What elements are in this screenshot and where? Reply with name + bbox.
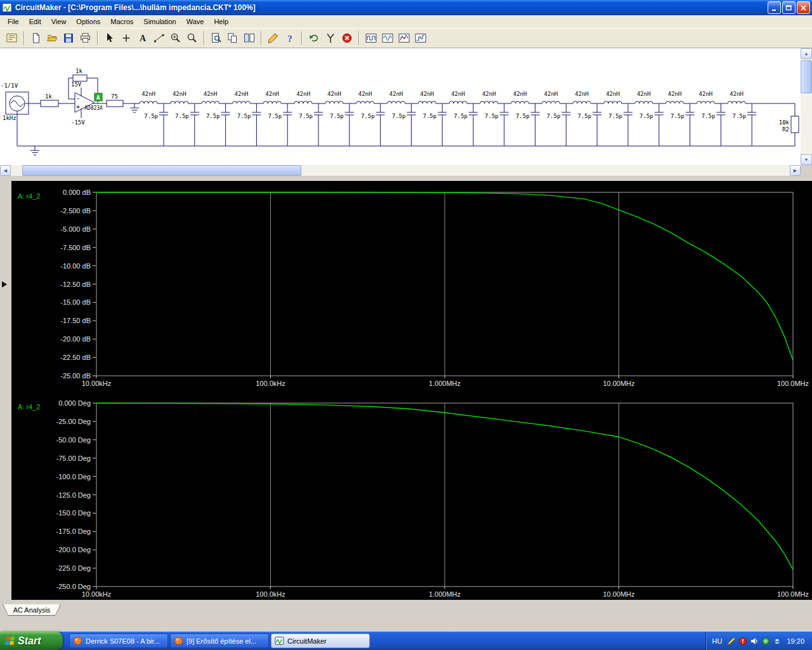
svg-text:42nH: 42nH [668, 91, 682, 97]
clock[interactable]: 19:20 [787, 637, 804, 645]
menu-edit[interactable]: Edit [24, 16, 46, 27]
waveform-analog-button[interactable] [379, 30, 396, 46]
minimize-button[interactable] [768, 1, 781, 14]
place-part-button[interactable] [118, 30, 134, 46]
svg-text:-150.0 Deg: -150.0 Deg [56, 509, 91, 517]
select-tool-button[interactable] [102, 30, 118, 46]
open-file-button[interactable] [44, 30, 61, 46]
text-tool-button[interactable]: A [134, 30, 151, 46]
tray-icons [727, 637, 782, 646]
schematic-vertical-scrollbar[interactable]: ▲ ▼ [801, 48, 812, 165]
taskbar-task-9-er-s-t-p-t-se-el[interactable]: [9] Erősítő építése el... [170, 633, 269, 648]
windows-logo-icon [5, 637, 15, 645]
scroll-left-button[interactable]: ◀ [0, 165, 11, 176]
waveform-mixed-icon [398, 32, 410, 44]
svg-text:42nH: 42nH [235, 91, 249, 97]
language-indicator[interactable]: HU [712, 637, 723, 645]
tray-pencil-icon[interactable] [727, 637, 736, 646]
svg-text:100.0kHz: 100.0kHz [256, 590, 285, 598]
svg-text:-7.500 dB: -7.500 dB [60, 244, 91, 251]
svg-text:-20.00 dB: -20.00 dB [60, 335, 91, 343]
menu-wave[interactable]: Wave [181, 16, 209, 27]
tray-network-icon[interactable] [761, 637, 770, 646]
reset-simulation-button[interactable] [306, 30, 322, 46]
start-button[interactable]: Start [0, 632, 63, 650]
vscroll-track[interactable] [801, 59, 812, 154]
maximize-button[interactable] [782, 1, 796, 14]
close-button[interactable] [797, 1, 810, 14]
svg-text:42nH: 42nH [141, 91, 155, 97]
wire-tool-button[interactable] [151, 30, 167, 46]
hscroll-track[interactable] [11, 165, 790, 176]
window-title: CircuitMaker - [C:\Program Files\...\hul… [15, 3, 766, 12]
svg-text:10k: 10k [779, 119, 790, 126]
zoom-in-tool-button[interactable] [167, 30, 184, 46]
svg-text:A: A [96, 95, 100, 101]
taskbar-task-derrick-s07e08-a-bir[interactable]: Derrick S07E08 - A bir... [69, 633, 168, 648]
svg-text:-125.0 Deg: -125.0 Deg [56, 491, 91, 499]
scroll-up-button[interactable]: ▲ [801, 48, 812, 59]
tile-windows-icon [243, 32, 256, 44]
scroll-right-button[interactable]: ▶ [790, 165, 801, 176]
tray-messenger-icon[interactable] [773, 637, 782, 646]
tray-volume-icon[interactable] [750, 637, 759, 646]
pane-splitter-arrow-icon[interactable] [2, 281, 7, 288]
waveform-mixed-button[interactable] [396, 30, 412, 46]
svg-text:-175.0 Deg: -175.0 Deg [56, 527, 91, 535]
copy-button[interactable] [225, 30, 241, 46]
svg-text:-25.00 dB: -25.00 dB [60, 372, 91, 380]
plot-canvas[interactable]: 0.000 dB-2.500 dB-5.000 dB-7.500 dB-10.0… [11, 181, 812, 600]
system-tray: HU 19:20 [705, 632, 812, 650]
new-file-button[interactable] [28, 30, 44, 46]
zoom-in-tool-icon [169, 32, 182, 44]
menu-file[interactable]: File [3, 16, 24, 27]
menu-help[interactable]: Help [209, 16, 233, 27]
toolbar: A? [0, 29, 812, 48]
browse-schematic-button[interactable] [4, 30, 20, 46]
preview-button[interactable] [208, 30, 225, 46]
svg-text:7.5p: 7.5p [299, 113, 313, 119]
svg-text:-22.50 dB: -22.50 dB [60, 354, 91, 361]
probe-tool-button[interactable] [322, 30, 339, 46]
menu-view[interactable]: View [46, 16, 72, 27]
svg-text:R2: R2 [782, 126, 789, 133]
svg-text:7.5p: 7.5p [330, 113, 344, 119]
svg-text:7.5p: 7.5p [175, 113, 189, 119]
menu-simulation[interactable]: Simulation [138, 16, 181, 27]
waveform-step-icon [414, 32, 427, 44]
svg-text:7.5p: 7.5p [423, 113, 437, 119]
scroll-down-button[interactable]: ▼ [801, 154, 812, 165]
svg-text:7.5p: 7.5p [206, 113, 220, 119]
edit-simulation-button[interactable] [265, 30, 282, 46]
waveform-step-button[interactable] [412, 30, 429, 46]
svg-text:42nH: 42nH [513, 91, 527, 97]
hscroll-thumb[interactable] [22, 165, 301, 176]
svg-text:7.5p: 7.5p [639, 113, 653, 119]
svg-text:42nH: 42nH [420, 91, 434, 97]
tab-ac-analysis-label: AC Analysis [3, 604, 60, 615]
reset-simulation-icon [308, 32, 320, 44]
svg-text:-: - [76, 95, 80, 102]
schematic-horizontal-scrollbar[interactable]: ◀ ▶ [0, 165, 812, 176]
browse-schematic-icon [6, 32, 18, 44]
svg-text:-15.00 dB: -15.00 dB [60, 298, 91, 306]
svg-text:1kHz: 1kHz [3, 115, 16, 121]
help-button[interactable]: ? [282, 30, 298, 46]
menu-macros[interactable]: Macros [105, 16, 138, 27]
waveform-digital-button[interactable] [363, 30, 379, 46]
stop-simulation-button[interactable] [339, 30, 355, 46]
zoom-tool-button[interactable] [184, 30, 200, 46]
tile-windows-button[interactable] [241, 30, 258, 46]
taskbar-task-circuitmaker[interactable]: CircuitMaker [271, 633, 370, 648]
svg-text:7.5p: 7.5p [361, 113, 375, 119]
tab-ac-analysis[interactable]: AC Analysis [3, 604, 61, 616]
svg-text:1k: 1k [45, 93, 52, 100]
print-button[interactable] [77, 30, 94, 46]
svg-text:AD823A: AD823A [84, 105, 103, 111]
task-label: [9] Erősítő építése el... [187, 637, 256, 645]
save-file-button[interactable] [61, 30, 77, 46]
tray-alert-icon[interactable] [738, 637, 747, 646]
schematic-canvas[interactable]: -1/1V1kHz1k-+15V-15V1kAD823AA7542nH7.5p4… [0, 48, 801, 165]
vscroll-thumb[interactable] [801, 60, 812, 93]
menu-options[interactable]: Options [71, 16, 105, 27]
